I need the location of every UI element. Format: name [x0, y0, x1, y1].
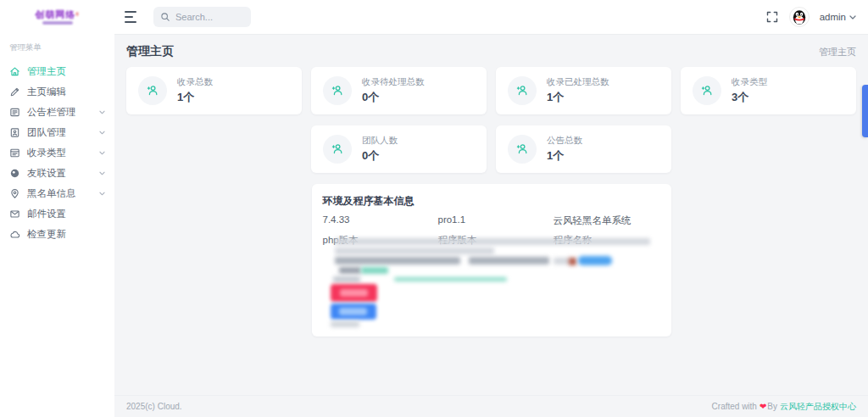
stat-label: 收录待处理总数: [362, 76, 425, 88]
stat-value: 0个: [362, 90, 425, 105]
program-version-value: pro1.1: [438, 214, 554, 227]
topbar-right: admin: [765, 7, 868, 27]
sidebar-item-label: 管理主页: [27, 65, 66, 78]
page-header: 管理主页 管理主页: [114, 35, 868, 67]
sidebar-item-record-type[interactable]: 收录类型: [0, 142, 114, 163]
user-icon: [323, 76, 352, 105]
redacted-text-line: [335, 257, 460, 264]
stat-card-announcements: 公告总数 1个: [496, 125, 671, 173]
sidebar-item-check-update[interactable]: 检查更新: [0, 224, 114, 244]
info-labels-row: php版本 程序版本 程序名称: [323, 234, 659, 247]
redacted-red-button[interactable]: [331, 284, 377, 302]
sidebar-item-dashboard[interactable]: 管理主页: [0, 61, 114, 81]
stat-label: 收录类型: [732, 76, 767, 88]
stat-label: 公告总数: [547, 135, 582, 147]
search-box[interactable]: [153, 7, 251, 27]
redacted-text-line: [331, 321, 359, 327]
stat-card-pending-records: 收录待处理总数 0个: [311, 67, 487, 114]
stat-label: 团队人数: [362, 135, 398, 147]
home-icon: [9, 66, 20, 77]
fullscreen-icon: [766, 11, 778, 23]
sidebar: 管理菜单 管理主页 主页编辑 公告栏管理 团队管理 收录类型 友联设置: [0, 34, 114, 417]
sidebar-toggle-icon[interactable]: [125, 11, 140, 23]
stat-card-total-records: 收录总数 1个: [126, 67, 302, 114]
stat-label: 收录已处理总数: [547, 76, 609, 88]
user-avatar[interactable]: [789, 7, 810, 27]
sidebar-item-team[interactable]: 团队管理: [0, 122, 114, 142]
stat-card-processed-records: 收录已处理总数 1个: [496, 67, 671, 114]
mail-icon: [9, 208, 20, 220]
redacted-text-line: [339, 267, 361, 274]
topbar-left: [114, 0, 251, 34]
sidebar-item-label: 公告栏管理: [27, 106, 76, 119]
program-name-value: 云风轻黑名单系统: [554, 214, 659, 227]
crafted-text: Crafted with: [712, 402, 757, 411]
sidebar-item-label: 友联设置: [27, 167, 66, 180]
chevron-down-icon: [99, 171, 105, 175]
stat-card-record-types: 收录类型 3个: [681, 67, 856, 114]
php-version-value: 7.4.33: [323, 214, 438, 227]
edit-icon: [9, 86, 20, 97]
redacted-text-line: [469, 257, 549, 264]
bulletin-icon: [9, 107, 20, 118]
logo-subtitle: [42, 21, 73, 25]
chevron-down-icon: [849, 15, 856, 19]
main-content: 管理主页 管理主页 收录总数 1个 收录待处理总数 0个: [114, 34, 868, 417]
redacted-link-button[interactable]: [578, 256, 612, 265]
program-version-label: 程序版本: [438, 234, 554, 247]
search-input[interactable]: [175, 12, 243, 22]
redacted-text-line: [361, 267, 388, 274]
authorization-center-link[interactable]: 云风轻产品授权中心: [780, 402, 856, 411]
logo-badge: ®: [75, 12, 80, 17]
user-icon: [323, 135, 352, 164]
footer-credit: Crafted with❤By云风轻产品授权中心: [712, 401, 856, 413]
username-label: admin: [820, 12, 846, 22]
by-text: By: [767, 402, 777, 411]
redacted-badge: [569, 258, 576, 265]
topbar: 创萌网络®: [0, 0, 868, 34]
sidebar-item-label: 检查更新: [27, 228, 66, 241]
sidebar-item-friend-links[interactable]: 友联设置: [0, 163, 114, 183]
user-menu[interactable]: admin: [820, 12, 856, 22]
team-icon: [9, 127, 20, 138]
stat-value: 1个: [547, 148, 582, 164]
brand-logo-text: 创萌网络®: [35, 10, 80, 19]
sidebar-item-home-edit[interactable]: 主页编辑: [0, 81, 114, 102]
chevron-down-icon: [99, 110, 105, 114]
user-icon: [508, 76, 537, 105]
sidebar-item-label: 收录类型: [27, 147, 66, 159]
stat-cards: 收录总数 1个 收录待处理总数 0个 收录已处理总数 1个: [114, 67, 868, 173]
stat-value: 3个: [732, 90, 767, 105]
stat-value: 1个: [547, 90, 609, 105]
update-cloud-icon: [9, 229, 20, 240]
category-icon: [9, 147, 20, 158]
info-panel-title: 环境及程序基本信息: [323, 194, 659, 208]
sidebar-item-mail-settings[interactable]: 邮件设置: [0, 203, 114, 224]
redacted-link-line[interactable]: [394, 277, 507, 281]
environment-info-panel: 环境及程序基本信息 7.4.33 pro1.1 云风轻黑名单系统 php版本 程…: [312, 184, 671, 336]
stat-card-team-members: 团队人数 0个: [311, 125, 487, 173]
user-icon: [693, 76, 721, 105]
footer: 2025(c) Cloud. Crafted with❤By云风轻产品授权中心: [114, 395, 868, 417]
sidebar-item-blacklist[interactable]: 黑名单信息: [0, 183, 114, 203]
app-window: 创萌网络®: [0, 0, 868, 417]
fullscreen-button[interactable]: [765, 10, 779, 24]
blacklist-icon: [9, 188, 20, 199]
stat-value: 1个: [177, 90, 213, 105]
stat-value: 0个: [362, 148, 398, 164]
redacted-text-line: [554, 258, 570, 264]
info-values-row: 7.4.33 pro1.1 云风轻黑名单系统: [323, 214, 659, 227]
heart-icon: ❤: [760, 402, 766, 411]
redacted-blue-button[interactable]: [331, 303, 376, 320]
redacted-text-line: [333, 276, 360, 282]
stat-label: 收录总数: [177, 76, 213, 88]
sidebar-item-label: 团队管理: [27, 126, 66, 139]
page-title: 管理主页: [126, 44, 174, 59]
brand-logo[interactable]: 创萌网络®: [0, 0, 114, 34]
edge-floating-button[interactable]: [862, 85, 868, 137]
sidebar-item-bulletin[interactable]: 公告栏管理: [0, 102, 114, 122]
chevron-down-icon: [99, 131, 105, 135]
sidebar-item-label: 黑名单信息: [27, 187, 76, 200]
copyright-text: 2025(c) Cloud.: [126, 402, 182, 411]
breadcrumb[interactable]: 管理主页: [819, 46, 856, 58]
